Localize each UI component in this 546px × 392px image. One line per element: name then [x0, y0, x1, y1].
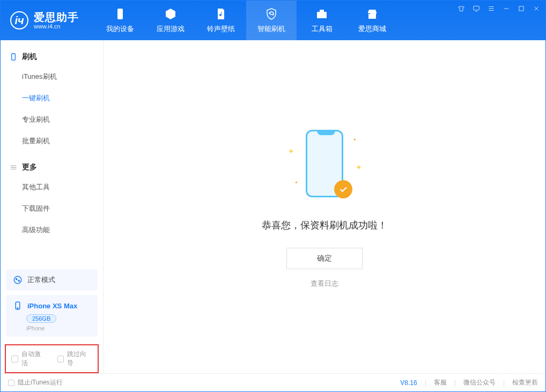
flash-options-row: 自动激活 跳过向导 — [5, 344, 99, 373]
success-illustration: ✦ ✦ ✦ ✦ — [276, 125, 373, 206]
svg-point-12 — [17, 308, 18, 309]
main-content: ✦ ✦ ✦ ✦ 恭喜您，保资料刷机成功啦！ 确定 查看日志 — [104, 40, 545, 373]
app-logo-icon: iч — [10, 11, 28, 29]
phone-icon — [9, 53, 18, 61]
svg-point-8 — [14, 276, 21, 284]
sidebar-item-batch-flash[interactable]: 批量刷机 — [22, 130, 103, 152]
support-link[interactable]: 客服 — [434, 378, 447, 387]
sparkle-icon: ✦ — [356, 163, 362, 172]
status-bar: 阻止iTunes运行 V8.16 | 客服 | 微信公众号 | 检查更新 — [1, 373, 545, 391]
checkbox-skip-guide[interactable]: 跳过向导 — [57, 350, 93, 368]
sidebar-item-download-firmware[interactable]: 下载固件 — [22, 198, 103, 219]
divider: | — [454, 379, 456, 387]
nav-label: 工具箱 — [312, 24, 333, 34]
sidebar-more-items: 其他工具 下载固件 高级功能 — [1, 176, 103, 241]
device-card-icon — [12, 300, 23, 311]
nav-label: 爱思商城 — [358, 24, 386, 34]
shield-refresh-icon — [264, 7, 278, 21]
svg-point-9 — [16, 278, 17, 279]
success-message: 恭喜您，保资料刷机成功啦！ — [262, 219, 387, 232]
checkbox-label: 自动激活 — [21, 350, 47, 368]
sparkle-icon: ✦ — [288, 147, 294, 156]
section-title: 更多 — [22, 162, 37, 172]
nav-label: 智能刷机 — [257, 24, 285, 34]
checkbox-label: 跳过向导 — [67, 350, 92, 368]
toolbox-icon — [315, 7, 329, 21]
mode-card[interactable]: 正常模式 — [6, 269, 98, 291]
checkbox-auto-activate[interactable]: 自动激活 — [11, 350, 47, 368]
nav-my-device[interactable]: 我的设备 — [95, 1, 145, 40]
checkbox-block-itunes[interactable]: 阻止iTunes运行 — [8, 378, 63, 387]
store-icon — [365, 7, 379, 21]
sparkle-icon: ✦ — [353, 137, 357, 142]
success-check-icon — [334, 180, 352, 198]
music-file-icon — [214, 7, 228, 21]
cube-icon — [164, 7, 178, 21]
device-icon — [113, 7, 127, 21]
menu-icon[interactable] — [486, 4, 496, 13]
sidebar-section-flash[interactable]: 刷机 — [1, 48, 103, 66]
sidebar-flash-items: iTunes刷机 一键刷机 专业刷机 批量刷机 — [1, 66, 103, 152]
svg-rect-2 — [320, 10, 324, 12]
brand-name: 爱思助手 — [34, 11, 79, 23]
svg-rect-7 — [12, 54, 16, 60]
shirt-icon[interactable] — [456, 4, 466, 13]
wechat-link[interactable]: 微信公众号 — [463, 378, 496, 387]
version-label: V8.16 — [400, 379, 417, 387]
device-type: iPhone — [26, 325, 45, 331]
sidebar-item-other-tools[interactable]: 其他工具 — [22, 176, 103, 198]
sparkle-icon: ✦ — [294, 180, 298, 185]
feedback-icon[interactable] — [471, 4, 481, 13]
device-card[interactable]: iPhone XS Max 256GB iPhone — [6, 295, 98, 337]
sidebar-item-itunes-flash[interactable]: iTunes刷机 — [22, 66, 103, 87]
sidebar-item-advanced[interactable]: 高级功能 — [22, 219, 103, 241]
checkbox-icon — [8, 380, 14, 386]
svg-rect-0 — [117, 9, 123, 19]
list-icon — [9, 163, 18, 172]
title-bar: iч 爱思助手 www.i4.cn 我的设备 应用游戏 铃声壁纸 智能刷机 — [1, 1, 545, 40]
checkbox-label: 阻止iTunes运行 — [18, 378, 63, 387]
svg-rect-1 — [317, 12, 327, 18]
svg-rect-4 — [474, 6, 479, 10]
svg-rect-5 — [519, 6, 523, 11]
ok-button[interactable]: 确定 — [286, 248, 363, 269]
sidebar-section-more[interactable]: 更多 — [1, 158, 103, 176]
section-title: 刷机 — [22, 52, 37, 62]
nav-label: 应用游戏 — [157, 24, 185, 34]
checkbox-icon — [57, 356, 64, 363]
logo-area: iч 爱思助手 www.i4.cn — [1, 1, 88, 40]
nav-label: 铃声壁纸 — [207, 24, 235, 34]
nav-ringtones[interactable]: 铃声壁纸 — [196, 1, 246, 40]
minimize-button[interactable] — [501, 4, 511, 13]
close-button[interactable] — [532, 4, 541, 13]
storage-badge: 256GB — [26, 314, 56, 323]
app-window: iч 爱思助手 www.i4.cn 我的设备 应用游戏 铃声壁纸 智能刷机 — [0, 0, 546, 392]
brand-url: www.i4.cn — [34, 23, 79, 29]
checkbox-icon — [11, 356, 18, 363]
top-nav: 我的设备 应用游戏 铃声壁纸 智能刷机 工具箱 爱思商城 — [95, 1, 397, 40]
device-name: iPhone XS Max — [27, 302, 77, 310]
window-controls — [456, 4, 541, 13]
body: 刷机 iTunes刷机 一键刷机 专业刷机 批量刷机 更多 其他工具 下载固件 … — [1, 40, 545, 373]
brand-block: 爱思助手 www.i4.cn — [34, 11, 79, 29]
view-log-link[interactable]: 查看日志 — [311, 279, 338, 289]
nav-store[interactable]: 爱思商城 — [347, 1, 397, 40]
device-cards: 正常模式 iPhone XS Max 256GB iPhone — [1, 269, 103, 341]
svg-rect-3 — [368, 14, 376, 19]
nav-smart-flash[interactable]: 智能刷机 — [246, 1, 297, 40]
svg-point-6 — [529, 375, 532, 378]
mode-label: 正常模式 — [27, 275, 55, 285]
nav-toolbox[interactable]: 工具箱 — [297, 1, 347, 40]
mode-icon — [12, 275, 23, 285]
sidebar-item-pro-flash[interactable]: 专业刷机 — [22, 109, 103, 130]
nav-label: 我的设备 — [106, 24, 134, 34]
sidebar-item-oneclick-flash[interactable]: 一键刷机 — [22, 87, 103, 109]
nav-apps-games[interactable]: 应用游戏 — [145, 1, 196, 40]
divider: | — [425, 379, 426, 387]
sidebar: 刷机 iTunes刷机 一键刷机 专业刷机 批量刷机 更多 其他工具 下载固件 … — [1, 40, 104, 373]
svg-point-10 — [18, 280, 19, 281]
maximize-button[interactable] — [517, 4, 526, 13]
